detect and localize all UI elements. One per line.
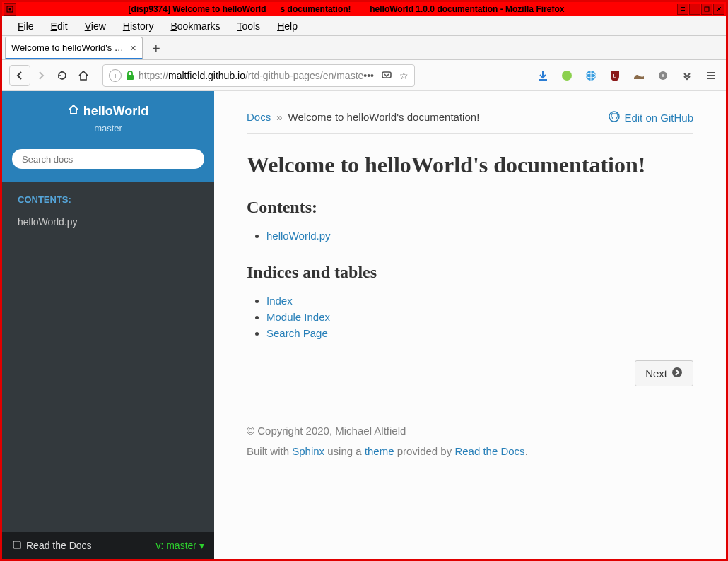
ext-shoe-icon[interactable] — [631, 68, 647, 83]
indices-link-index[interactable]: Index — [266, 295, 293, 307]
main-content: Docs » Welcome to helloWorld's documenta… — [214, 91, 726, 559]
url-text: https://maltfield.github.io/rtd-github-p… — [139, 70, 363, 81]
home-button[interactable] — [73, 65, 94, 86]
contents-list: helloWorld.py — [247, 230, 693, 242]
sidebar: helloWorld master CONTENTS: helloWorld.p… — [2, 91, 214, 559]
svg-point-10 — [562, 71, 572, 81]
home-icon — [68, 104, 79, 119]
window-titlebar: [disp9374] Welcome to helloWorld___s doc… — [2, 2, 726, 16]
ext-gear-icon[interactable] — [655, 68, 671, 83]
menu-view[interactable]: View — [76, 18, 115, 35]
indices-list: Index Module Index Search Page — [247, 295, 693, 339]
menu-help[interactable]: Help — [269, 18, 306, 35]
ext-globe-icon[interactable] — [583, 68, 599, 83]
window-close-button[interactable] — [713, 4, 724, 15]
pocket-icon[interactable] — [381, 70, 392, 81]
menu-history[interactable]: History — [115, 18, 163, 35]
caret-down-icon: ▾ — [199, 540, 204, 551]
menubar: File Edit View History Bookmarks Tools H… — [2, 16, 726, 36]
indices-link-search[interactable]: Search Page — [266, 327, 328, 339]
next-button[interactable]: Next — [635, 360, 693, 386]
sidebar-item-helloworld[interactable]: helloWorld.py — [2, 211, 214, 233]
back-button[interactable] — [9, 65, 30, 86]
reload-button[interactable] — [52, 65, 73, 86]
rtd-link[interactable]: Read the Docs — [12, 540, 92, 552]
indices-heading: Indices and tables — [247, 263, 693, 282]
svg-point-1 — [9, 8, 11, 11]
tab-title: Welcome to helloWorld's documentation! — [11, 42, 124, 53]
footer: © Copyright 2020, Michael Altfield Built… — [247, 408, 693, 461]
breadcrumb-current: Welcome to helloWorld's documentation! — [288, 111, 480, 123]
sidebar-section-heading: CONTENTS: — [2, 182, 214, 211]
browser-tab[interactable]: Welcome to helloWorld's documentation! × — [5, 37, 143, 59]
contents-link-helloworld[interactable]: helloWorld.py — [266, 230, 331, 242]
sphinx-link[interactable]: Sphinx — [292, 445, 324, 457]
ext-green-icon[interactable] — [559, 68, 575, 83]
navbar: i https://maltfield.github.io/rtd-github… — [2, 60, 726, 91]
svg-rect-5 — [705, 7, 709, 11]
tab-close-icon[interactable]: × — [130, 42, 136, 54]
lock-icon — [126, 71, 134, 81]
theme-link[interactable]: theme — [365, 445, 394, 457]
version-label: master — [9, 123, 207, 134]
svg-point-16 — [662, 74, 664, 77]
ublock-icon[interactable]: u — [607, 68, 623, 83]
edit-on-github-link[interactable]: Edit on GitHub — [609, 111, 693, 124]
menu-file[interactable]: File — [9, 18, 42, 35]
sidebar-footer: Read the Docs v: master ▾ — [2, 532, 214, 559]
arrow-right-circle-icon — [671, 367, 683, 380]
overflow-icon[interactable] — [679, 68, 695, 83]
breadcrumb-docs-link[interactable]: Docs — [247, 111, 271, 123]
svg-rect-3 — [681, 7, 685, 8]
app-icon — [4, 3, 16, 16]
svg-rect-8 — [127, 75, 134, 80]
menu-edit[interactable]: Edit — [42, 18, 76, 35]
svg-text:u: u — [613, 72, 616, 79]
rtd-link-footer[interactable]: Read the Docs — [454, 445, 524, 457]
tabbar: Welcome to helloWorld's documentation! ×… — [2, 36, 726, 60]
bookmark-star-icon[interactable]: ☆ — [399, 70, 409, 81]
project-title[interactable]: helloWorld — [68, 104, 149, 119]
copyright-text: © Copyright 2020, Michael Altfield — [247, 421, 693, 442]
divider — [247, 133, 693, 134]
menu-bookmarks[interactable]: Bookmarks — [162, 18, 228, 35]
window-minimize-button[interactable] — [689, 4, 700, 15]
downloads-icon[interactable] — [535, 68, 551, 83]
svg-rect-2 — [681, 10, 685, 11]
contents-heading: Contents: — [247, 198, 693, 217]
menu-tools[interactable]: Tools — [228, 18, 269, 35]
new-tab-button[interactable]: + — [146, 38, 167, 59]
search-input[interactable] — [12, 149, 204, 169]
window-maximize-button[interactable] — [701, 4, 712, 15]
github-icon — [609, 111, 620, 124]
hamburger-menu-icon[interactable] — [703, 68, 719, 83]
svg-rect-4 — [693, 11, 697, 11]
book-icon — [12, 540, 22, 552]
meatball-icon[interactable]: ••• — [363, 70, 374, 81]
indices-link-module-index[interactable]: Module Index — [266, 311, 330, 323]
window-shade-button[interactable] — [677, 4, 688, 15]
window-title: [disp9374] Welcome to helloWorld___s doc… — [16, 4, 676, 14]
builtwith-text: Built with Sphinx using a theme provided… — [247, 442, 693, 462]
forward-button[interactable] — [30, 65, 52, 86]
url-bar[interactable]: i https://maltfield.github.io/rtd-github… — [102, 64, 415, 87]
svg-point-21 — [672, 367, 682, 377]
site-info-icon[interactable]: i — [109, 69, 122, 82]
page-title: Welcome to helloWorld's documentation! — [247, 152, 693, 178]
version-selector[interactable]: v: master ▾ — [155, 540, 204, 551]
breadcrumb-separator: » — [276, 111, 282, 123]
